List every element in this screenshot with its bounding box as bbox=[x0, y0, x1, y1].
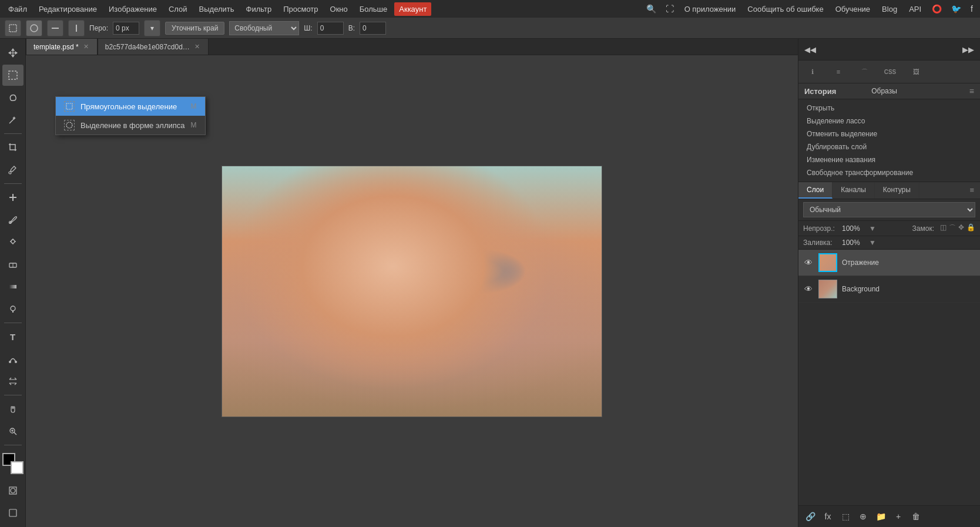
svg-point-30 bbox=[66, 122, 72, 128]
layer-visibility-1[interactable]: 👁 bbox=[803, 257, 814, 268]
layer-visibility-2[interactable]: 👁 bbox=[803, 284, 814, 294]
tool-wand[interactable] bbox=[2, 109, 24, 130]
canvas-image bbox=[221, 166, 602, 417]
tool-hand[interactable] bbox=[2, 398, 24, 419]
layer-thumb-1 bbox=[818, 253, 837, 272]
tool-clone[interactable] bbox=[2, 231, 24, 253]
info-icon[interactable]: ℹ bbox=[804, 63, 821, 80]
panel-expand-btn[interactable]: ▶▶ bbox=[960, 41, 976, 58]
tool-text[interactable]: T bbox=[2, 326, 24, 347]
tool-eraser[interactable] bbox=[2, 254, 24, 275]
brush-icon-panel[interactable]: ⌒ bbox=[856, 63, 872, 80]
ctx-item-ellipse-shortcut: M bbox=[191, 121, 197, 129]
reddit-icon[interactable]: ⭕ bbox=[928, 2, 945, 16]
pen-dropdown-btn[interactable]: ▾ bbox=[144, 20, 160, 36]
opacity-arrow[interactable]: ▼ bbox=[869, 224, 876, 233]
tool-screen-mode[interactable] bbox=[2, 502, 24, 523]
menu-more[interactable]: Больше bbox=[355, 2, 392, 16]
history-item-2[interactable]: Отменить выделение bbox=[798, 127, 980, 140]
tab-paths[interactable]: Контуры bbox=[875, 182, 919, 199]
menu-image[interactable]: Изображение bbox=[104, 2, 162, 16]
svg-point-20 bbox=[9, 361, 11, 363]
right-panel-top: ◀◀ ▶▶ bbox=[798, 39, 980, 61]
history-menu-btn[interactable]: ≡ bbox=[969, 86, 974, 96]
tab-close-1[interactable]: ✕ bbox=[82, 43, 90, 51]
menu-file[interactable]: Файл bbox=[4, 2, 32, 16]
lock-transparent-icon[interactable]: ◫ bbox=[940, 223, 947, 233]
history-item-4[interactable]: Изменение названия bbox=[798, 153, 980, 166]
add-mask-btn[interactable]: ⬚ bbox=[838, 509, 853, 523]
tool-brush[interactable] bbox=[2, 209, 24, 230]
menu-bugreport[interactable]: Сообщить об ошибке bbox=[743, 2, 828, 16]
menu-account[interactable]: Аккаунт bbox=[394, 2, 431, 16]
lines-icon[interactable]: ≡ bbox=[830, 63, 847, 80]
image-icon-panel[interactable]: 🖼 bbox=[908, 63, 924, 80]
selection-rect-btn[interactable] bbox=[5, 20, 21, 36]
ctx-item-ellipse-selection[interactable]: Выделение в форме эллипса M bbox=[56, 116, 205, 135]
tab-template-psd[interactable]: template.psd * ✕ bbox=[26, 39, 98, 55]
menu-layer[interactable]: Слой bbox=[164, 2, 192, 16]
tab-channels[interactable]: Каналы bbox=[833, 182, 875, 199]
new-layer-btn[interactable]: + bbox=[891, 509, 905, 523]
lock-all-icon[interactable]: 🔒 bbox=[966, 223, 975, 233]
tool-zoom[interactable] bbox=[2, 421, 24, 442]
history-item-1[interactable]: Выделение лассо bbox=[798, 115, 980, 127]
history-item-5[interactable]: Свободное трансформирование bbox=[798, 166, 980, 179]
fill-arrow[interactable]: ▼ bbox=[869, 239, 876, 247]
menu-api[interactable]: API bbox=[904, 2, 926, 16]
history-item-3[interactable]: Дублировать слой bbox=[798, 140, 980, 153]
tool-move[interactable] bbox=[2, 42, 24, 63]
layer-effects-btn[interactable]: fx bbox=[821, 509, 835, 523]
menu-about[interactable]: О приложении bbox=[680, 2, 741, 16]
height-input[interactable] bbox=[360, 22, 386, 35]
tab-layers[interactable]: Слои bbox=[798, 182, 833, 199]
twitter-icon[interactable]: 🐦 bbox=[948, 2, 965, 16]
fullscreen-icon[interactable]: ⛶ bbox=[662, 2, 677, 16]
layer-item-background[interactable]: 👁 Background bbox=[798, 276, 980, 303]
color-swatches[interactable] bbox=[2, 453, 24, 474]
tool-quick-mask[interactable] bbox=[2, 480, 24, 501]
menu-learn[interactable]: Обучение bbox=[831, 2, 875, 16]
refine-edge-button[interactable]: Уточнить край bbox=[165, 22, 224, 35]
selection-col-btn[interactable] bbox=[68, 20, 85, 36]
tab-close-2[interactable]: ✕ bbox=[193, 43, 201, 51]
facebook-icon[interactable]: f bbox=[967, 2, 976, 16]
tab-b2c577[interactable]: b2c577da4be1e087cd0d… ✕ bbox=[98, 39, 209, 55]
svg-point-6 bbox=[9, 172, 11, 174]
menu-view[interactable]: Просмотр bbox=[278, 2, 323, 16]
width-input[interactable] bbox=[317, 22, 344, 35]
layers-menu-btn[interactable]: ≡ bbox=[964, 182, 980, 199]
lock-brush-icon[interactable]: ⌒ bbox=[949, 223, 956, 233]
mode-select[interactable]: Свободный Фиксированный Заданный bbox=[229, 21, 299, 35]
new-group-btn[interactable]: 📁 bbox=[874, 509, 888, 523]
tool-lasso[interactable] bbox=[2, 87, 24, 108]
delete-layer-btn[interactable]: 🗑 bbox=[909, 509, 923, 523]
menu-edit[interactable]: Редактирование bbox=[34, 2, 102, 16]
blend-mode-select[interactable]: Обычный Растворение Затемнение Умножение bbox=[803, 202, 975, 217]
layer-item-otrazhenie[interactable]: 👁 Отражение bbox=[798, 250, 980, 276]
menu-window[interactable]: Окно bbox=[325, 2, 353, 16]
history-open[interactable]: Открыть bbox=[798, 102, 980, 115]
menu-filter[interactable]: Фильтр bbox=[241, 2, 277, 16]
tool-path[interactable] bbox=[2, 348, 24, 370]
tool-transform[interactable] bbox=[2, 371, 24, 392]
tool-healing[interactable] bbox=[2, 187, 24, 208]
tool-gradient[interactable] bbox=[2, 276, 24, 297]
menu-blog[interactable]: Blog bbox=[877, 2, 902, 16]
tool-eyedropper[interactable] bbox=[2, 159, 24, 180]
tool-crop[interactable] bbox=[2, 137, 24, 158]
menu-select[interactable]: Выделить bbox=[194, 2, 239, 16]
ctx-item-rect-selection[interactable]: Прямоугольное выделение M bbox=[56, 97, 205, 116]
pen-input[interactable] bbox=[113, 22, 139, 35]
selection-row-btn[interactable] bbox=[47, 20, 63, 36]
selection-ellipse-btn[interactable] bbox=[26, 20, 42, 36]
tool-dodge[interactable] bbox=[2, 298, 24, 320]
search-icon[interactable]: 🔍 bbox=[643, 2, 660, 16]
panel-collapse-btn[interactable]: ◀◀ bbox=[802, 41, 818, 58]
css-icon[interactable]: CSS bbox=[882, 63, 898, 80]
link-layers-btn[interactable]: 🔗 bbox=[803, 509, 817, 523]
tool-selection[interactable] bbox=[2, 65, 24, 86]
new-adjustment-btn[interactable]: ⊕ bbox=[856, 509, 870, 523]
background-color[interactable] bbox=[11, 461, 24, 474]
lock-position-icon[interactable]: ✥ bbox=[958, 223, 964, 233]
